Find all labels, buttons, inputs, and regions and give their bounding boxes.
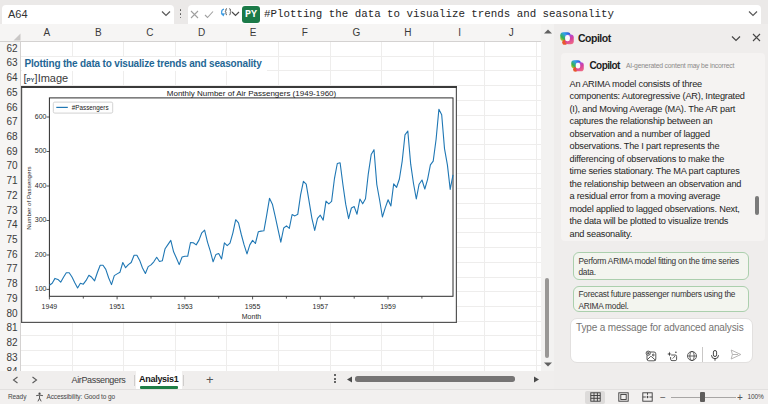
svg-text:600: 600 [35, 112, 47, 119]
svg-text:Month: Month [242, 313, 262, 320]
svg-text:Monthly Number of Air Passenge: Monthly Number of Air Passengers (1949-1… [167, 88, 337, 97]
svg-text:1955: 1955 [245, 303, 261, 310]
svg-text:1951: 1951 [109, 303, 125, 310]
svg-text:1959: 1959 [380, 303, 396, 310]
svg-text:200: 200 [35, 250, 47, 257]
svg-text:100: 100 [35, 285, 47, 292]
svg-text:#Passengers: #Passengers [72, 103, 109, 111]
svg-text:300: 300 [35, 216, 47, 223]
svg-text:500: 500 [35, 147, 47, 154]
svg-text:1953: 1953 [177, 303, 193, 310]
svg-text:400: 400 [35, 181, 47, 188]
svg-text:Number of Passengers: Number of Passengers [25, 166, 32, 229]
svg-text:1957: 1957 [313, 303, 329, 310]
svg-text:1949: 1949 [42, 303, 58, 310]
